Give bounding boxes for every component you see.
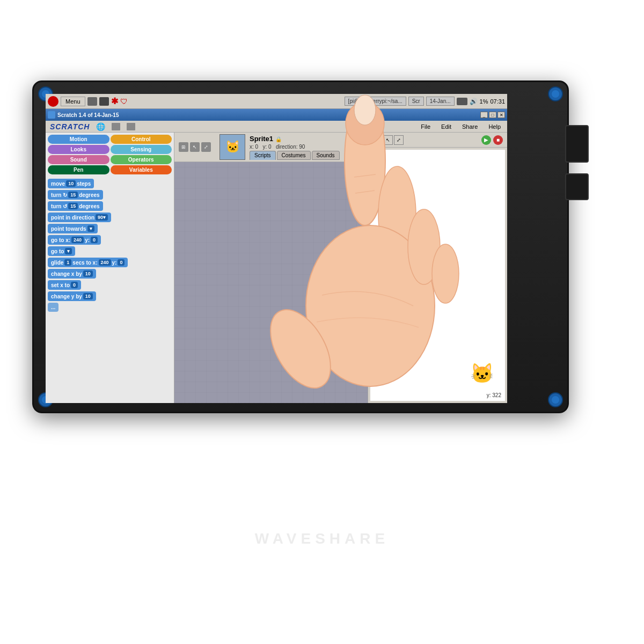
category-operators[interactable]: Operators bbox=[111, 155, 172, 164]
menu-file[interactable]: File bbox=[419, 122, 433, 131]
sprite-tabs: Scripts Costumes Sounds bbox=[250, 151, 340, 160]
stage-toolbar: ◀▶ ↖ ⤢ ▶ ■ bbox=[368, 133, 507, 148]
menu-help[interactable]: Help bbox=[486, 122, 503, 131]
raspberry-icon[interactable] bbox=[48, 96, 58, 107]
taskbar: Menu ✱ 🛡 [pi@raspberrypi:~/sa... Scr 14-… bbox=[46, 94, 507, 109]
network-icon bbox=[457, 98, 467, 105]
block-go-to[interactable]: go to ▾ bbox=[48, 246, 75, 256]
sprite-thumbnail: 🐱 bbox=[219, 134, 245, 160]
block-partial[interactable]: ... bbox=[48, 303, 58, 312]
category-control[interactable]: Control bbox=[111, 135, 172, 144]
sprite-x: x: 0 bbox=[250, 144, 258, 150]
menu-button[interactable]: Menu bbox=[61, 97, 85, 106]
block-change-x[interactable]: change x by 10 bbox=[48, 269, 96, 279]
stage-canvas: 🐱 y: 322 bbox=[370, 150, 505, 401]
block-set-x[interactable]: set x to 0 bbox=[48, 280, 81, 290]
blocks-panel: Motion Control Looks Sensing Sound Opera… bbox=[46, 133, 174, 403]
block-go-xy[interactable]: go to x: 240 y: 0 bbox=[48, 235, 101, 245]
green-flag-button[interactable]: ▶ bbox=[481, 135, 491, 145]
cursor-icon[interactable]: ↖ bbox=[190, 142, 200, 152]
clock: 07:31 bbox=[490, 98, 505, 105]
expand-icon[interactable]: ⊞ bbox=[179, 142, 188, 152]
fullscreen-button[interactable]: ⤢ bbox=[394, 135, 404, 145]
scratch-window: Scratch 1.4 of 14-Jan-15 _ □ ✕ SCRATCH 🌐 bbox=[46, 109, 507, 403]
scene: Menu ✱ 🛡 [pi@raspberrypi:~/sa... Scr 14-… bbox=[0, 0, 644, 644]
globe-icon: 🌐 bbox=[96, 122, 105, 131]
device-frame: Menu ✱ 🛡 [pi@raspberrypi:~/sa... Scr 14-… bbox=[32, 80, 569, 413]
scratch-body: Motion Control Looks Sensing Sound Opera… bbox=[46, 133, 507, 403]
volume-icon[interactable]: 🔊 bbox=[470, 98, 478, 105]
antivirus-icon: 🛡 bbox=[120, 97, 128, 106]
sprite-name: Sprite1 bbox=[250, 135, 273, 143]
tab-sounds[interactable]: Sounds bbox=[312, 151, 340, 160]
stage-controls: ▶ ■ bbox=[481, 135, 503, 145]
photo-icon[interactable] bbox=[127, 123, 135, 130]
menu-share[interactable]: Share bbox=[460, 122, 480, 131]
category-sound[interactable]: Sound bbox=[48, 155, 109, 164]
block-turn-ccw[interactable]: turn ↺ 15 degrees bbox=[48, 201, 103, 211]
category-grid: Motion Control Looks Sensing Sound Opera… bbox=[46, 133, 174, 177]
sprite-direction: direction: 90 bbox=[276, 144, 305, 150]
lock-icon: 🔒 bbox=[275, 136, 282, 142]
category-looks[interactable]: Looks bbox=[48, 145, 109, 154]
terminal-window[interactable]: [pi@raspberrypi:~/sa... bbox=[345, 97, 406, 106]
screw-top-right bbox=[548, 86, 563, 101]
fullscreen-icon[interactable]: ⤢ bbox=[201, 142, 211, 152]
scratch-title: Scratch 1.4 of 14-Jan-15 bbox=[57, 112, 119, 118]
date-label: 14-Jan... bbox=[426, 97, 455, 106]
maximize-button[interactable]: □ bbox=[489, 112, 496, 118]
minimize-button[interactable]: _ bbox=[480, 112, 488, 118]
window-controls: _ □ ✕ bbox=[480, 112, 505, 118]
scratch-logo: SCRATCH bbox=[50, 122, 90, 131]
usb-component-1 bbox=[565, 125, 589, 163]
category-sensing[interactable]: Sensing bbox=[111, 145, 172, 154]
stage-sprite: 🐱 bbox=[470, 362, 494, 385]
close-button[interactable]: ✕ bbox=[497, 112, 505, 118]
stage-panel: ◀▶ ↖ ⤢ ▶ ■ 🐱 bbox=[368, 133, 507, 403]
scratch-titlebar: Scratch 1.4 of 14-Jan-15 _ □ ✕ bbox=[46, 109, 507, 121]
menu-edit[interactable]: Edit bbox=[439, 122, 453, 131]
block-glide[interactable]: glide 1 secs to x: 240 y: 0 bbox=[48, 258, 128, 267]
usb-component-2 bbox=[565, 173, 589, 200]
script-area: ⊞ ↖ ⤢ 🐱 Sprite1 🔒 bbox=[174, 133, 368, 403]
category-variables[interactable]: Variables bbox=[111, 165, 172, 174]
shrink-button[interactable]: ◀▶ bbox=[372, 135, 382, 145]
block-move[interactable]: move 10 steps bbox=[48, 179, 94, 188]
scripts-workspace[interactable] bbox=[174, 162, 368, 403]
screw-bottom-right bbox=[548, 392, 563, 407]
brand-watermark: WAVESHARE bbox=[255, 530, 389, 547]
block-point-towards[interactable]: point towards ▾ bbox=[48, 224, 98, 233]
scratch-window-icon bbox=[48, 111, 55, 119]
tab-costumes[interactable]: Costumes bbox=[277, 151, 311, 160]
scratch-menubar: SCRATCH 🌐 File Edit Share Help bbox=[46, 121, 507, 133]
stage-coordinates: y: 322 bbox=[485, 392, 503, 399]
scratch-window-btn[interactable]: Scr bbox=[408, 97, 424, 106]
block-turn-cw[interactable]: turn ↻ 15 degrees bbox=[48, 190, 103, 200]
stop-button[interactable]: ■ bbox=[493, 135, 503, 145]
file-manager-icon[interactable] bbox=[87, 97, 97, 106]
taskbar-right: 🔊 1% 07:31 bbox=[457, 98, 505, 105]
sprite-header: ⊞ ↖ ⤢ 🐱 Sprite1 🔒 bbox=[174, 133, 368, 162]
category-pen[interactable]: Pen bbox=[48, 165, 109, 174]
asterisk-icon: ✱ bbox=[111, 96, 118, 106]
terminal-icon[interactable] bbox=[99, 97, 109, 106]
sprite-y: y: 0 bbox=[262, 144, 271, 150]
cursor-tool[interactable]: ↖ bbox=[383, 135, 393, 145]
blocks-list: move 10 steps turn ↻ 15 degrees turn ↺ bbox=[46, 177, 174, 403]
battery-label: 1% bbox=[480, 98, 488, 105]
block-change-y[interactable]: change y by 10 bbox=[48, 291, 96, 301]
save-icon[interactable] bbox=[112, 123, 120, 130]
category-motion[interactable]: Motion bbox=[48, 135, 109, 144]
side-components bbox=[565, 125, 589, 206]
sprite-info: Sprite1 🔒 x: 0 y: 0 direction: 90 bbox=[250, 135, 340, 160]
stage-expand-buttons: ◀▶ ↖ ⤢ bbox=[372, 135, 404, 145]
screen: Menu ✱ 🛡 [pi@raspberrypi:~/sa... Scr 14-… bbox=[46, 94, 507, 403]
block-point-direction[interactable]: point in direction 90▾ bbox=[48, 213, 111, 222]
tab-scripts[interactable]: Scripts bbox=[250, 151, 276, 160]
